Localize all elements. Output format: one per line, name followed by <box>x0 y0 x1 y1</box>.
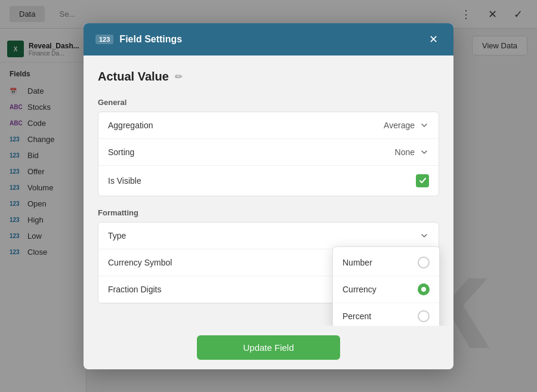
update-field-button[interactable]: Update Field <box>197 335 340 360</box>
modal-footer: Update Field <box>84 326 453 369</box>
radio-currency <box>418 283 430 295</box>
modal-title: Field Settings <box>119 34 182 45</box>
modal-header-badge: 123 <box>95 35 113 44</box>
type-chevron-icon <box>419 231 429 240</box>
field-name-label: Actual Value <box>98 70 169 84</box>
sorting-label: Sorting <box>108 147 395 157</box>
edit-field-name-icon[interactable]: ✏ <box>175 71 183 82</box>
type-value[interactable] <box>419 231 429 240</box>
aggregation-label: Aggregation <box>108 121 384 130</box>
type-row: Type <box>98 223 439 249</box>
dropdown-option-currency[interactable]: Currency <box>333 276 439 303</box>
is-visible-value[interactable] <box>416 174 429 187</box>
aggregation-row: Aggregation Average <box>98 112 439 139</box>
general-settings-card: Aggregation Average Sorting None <box>98 112 439 196</box>
modal-close-button[interactable]: ✕ <box>425 32 442 47</box>
aggregation-chevron-icon <box>419 121 429 130</box>
type-label: Type <box>108 231 419 240</box>
modal-overlay: 123 Field Settings ✕ Actual Value ✏ Gene… <box>0 0 537 392</box>
sorting-text: None <box>395 147 415 157</box>
dropdown-option-percent-label: Percent <box>342 311 371 321</box>
dropdown-option-percent[interactable]: Percent <box>333 303 439 326</box>
is-visible-row: Is Visible <box>98 166 439 196</box>
sorting-chevron-icon <box>419 147 429 157</box>
radio-number <box>418 257 430 268</box>
field-settings-modal: 123 Field Settings ✕ Actual Value ✏ Gene… <box>84 23 453 369</box>
dropdown-option-number[interactable]: Number <box>333 249 439 276</box>
formatting-settings-card: Type Currency Symbol Fraction Digits <box>98 222 439 304</box>
general-section-label: General <box>98 98 439 107</box>
dropdown-option-number-label: Number <box>342 258 372 267</box>
type-dropdown: Number Currency Percent <box>332 246 440 326</box>
is-visible-checkbox[interactable] <box>416 174 429 187</box>
modal-body: Actual Value ✏ General Aggregation Avera… <box>84 55 453 326</box>
sorting-value[interactable]: None <box>395 147 429 157</box>
field-name-row: Actual Value ✏ <box>98 70 439 84</box>
radio-percent <box>418 310 430 322</box>
formatting-section-label: Formatting <box>98 208 439 217</box>
modal-header: 123 Field Settings ✕ <box>84 23 453 55</box>
aggregation-value[interactable]: Average <box>384 121 429 130</box>
sorting-row: Sorting None <box>98 139 439 166</box>
is-visible-label: Is Visible <box>108 176 416 186</box>
aggregation-text: Average <box>384 121 415 130</box>
dropdown-option-currency-label: Currency <box>342 285 376 294</box>
